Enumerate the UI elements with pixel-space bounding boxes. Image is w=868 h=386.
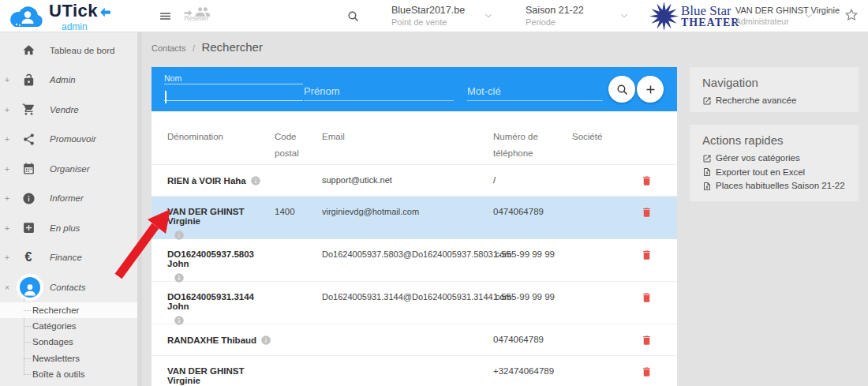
lock-icon	[13, 73, 44, 87]
motcle-input[interactable]	[467, 81, 603, 100]
delete-contact-button[interactable]	[641, 174, 653, 187]
sidebar-item-organiser[interactable]: +Organiser	[0, 154, 142, 184]
column-header-code-postal: Code postal	[275, 129, 322, 162]
delete-contact-button[interactable]	[641, 291, 653, 304]
sidebar-item-label: Vendre	[50, 105, 79, 114]
nom-input[interactable]	[164, 84, 303, 103]
contact-postal-code: 1400	[275, 197, 322, 216]
sidebar-subitem-label: Sondages	[32, 337, 73, 347]
global-search-icon[interactable]	[346, 9, 360, 23]
expander-toggle[interactable]: ×	[2, 283, 13, 292]
plus-square-icon	[13, 221, 44, 234]
sidebar-item-admin[interactable]: +Admin	[0, 66, 142, 96]
topbar: UTick admin Reseller BlueStar2017.be Poi…	[0, 0, 868, 32]
quick-actions-title: Actions rapides	[702, 133, 846, 147]
utick-cloud-icon	[6, 4, 47, 31]
contact-email: support@utick.net	[322, 165, 493, 185]
sidebar-subitem-rechercher[interactable]: Rechercher	[0, 302, 142, 318]
organization-logo: Blue Star THEATER	[649, 2, 739, 31]
info-icon[interactable]	[260, 335, 271, 346]
expander-toggle[interactable]: +	[2, 223, 13, 233]
sidebar-subitem-label: Newsletters	[32, 354, 80, 363]
table-row[interactable]: RANDAXHE Thibaud0474064789	[152, 324, 677, 356]
utick-logo[interactable]: UTick admin	[6, 2, 112, 32]
contacts-avatar-icon	[17, 274, 43, 301]
contact-postal-code	[275, 282, 322, 292]
expander-toggle[interactable]: +	[2, 193, 13, 203]
contact-postal-code	[275, 239, 322, 249]
expander-toggle[interactable]: +	[2, 105, 13, 114]
panel-link-recherche-avanc-e[interactable]: Recherche avancée	[702, 94, 846, 108]
contact-phone: 1-555-99 99 99	[493, 239, 572, 259]
panel-link-label: Gérer vos catégories	[716, 152, 800, 166]
pos-subtitle: Point de vente	[391, 17, 465, 28]
excel-file-icon	[702, 167, 712, 177]
sidebar-item-label: Contacts	[50, 283, 85, 292]
sidebar-item-label: Tableau de bord	[50, 46, 114, 55]
prenom-input[interactable]	[304, 81, 454, 100]
sidebar-subitem-newsletters[interactable]: Newsletters	[0, 350, 142, 366]
text-caret	[165, 91, 166, 103]
info-icon[interactable]	[250, 175, 261, 186]
search-button[interactable]	[608, 76, 635, 103]
delete-contact-button[interactable]	[641, 365, 653, 378]
reseller-button[interactable]: Reseller	[182, 4, 211, 22]
external-link-icon	[702, 154, 712, 163]
period-subtitle: Periode	[526, 17, 584, 28]
table-row[interactable]: VAN DER GHINST Virginie+32474064789	[152, 356, 677, 386]
expander-toggle[interactable]: +	[2, 253, 13, 262]
user-menu[interactable]: VAN DER GHINST Virginie Administrateur	[735, 6, 840, 27]
panel-link-places-habituelles-saison-21-22[interactable]: Places habituelles Saison 21-22	[702, 179, 846, 193]
org-name-line1: Blue Star	[681, 4, 739, 17]
sidebar-item-finance[interactable]: +€Finance	[0, 243, 142, 273]
sidebar-subitem-cat-gories[interactable]: Catégories	[0, 318, 142, 334]
table-row[interactable]: RIEN à VOIR Hahasupport@utick.net/	[152, 165, 677, 197]
contact-name: DO1624005931.3144 John	[167, 282, 275, 328]
table-row[interactable]: DO1624005931.3144 JohnDo1624005931.3144@…	[152, 282, 677, 324]
period-dropdown[interactable]: Saison 21-22 Periode	[526, 5, 584, 28]
sidebar-item-en-plus[interactable]: +En plus	[0, 213, 142, 243]
breadcrumb-parent[interactable]: Contacts	[152, 43, 185, 53]
table-row[interactable]: DO1624005937.5803 JohnDo1624005937.5803@…	[152, 239, 677, 282]
delete-contact-button[interactable]	[641, 206, 653, 219]
expander-toggle[interactable]: +	[2, 164, 13, 174]
org-name-line2: THEATER	[681, 17, 739, 28]
panel-link-g-rer-vos-cat-gories[interactable]: Gérer vos catégories	[702, 152, 846, 166]
add-contact-button[interactable]	[637, 76, 664, 103]
contact-email: virginievdg@hotmail.com	[322, 197, 493, 216]
reseller-label: Reseller	[182, 14, 211, 22]
sidebar-item-informer[interactable]: +Informer	[0, 184, 142, 214]
sidebar-item-vendre[interactable]: +Vendre	[0, 95, 142, 125]
column-header-d-nomination: Dénomination	[167, 129, 275, 145]
favorite-star-icon[interactable]	[844, 8, 859, 22]
chevron-down-icon[interactable]	[619, 10, 630, 21]
expander-toggle[interactable]: +	[2, 75, 13, 84]
cart-icon	[13, 103, 44, 116]
sidebar-item-promouvoir[interactable]: +Promouvoir	[0, 125, 142, 155]
sidebar-nav: Tableau de bord+Admin+Vendre+Promouvoir+…	[0, 32, 142, 382]
expander-toggle[interactable]: +	[2, 134, 13, 144]
panel-link-exporter-tout-en-excel[interactable]: Exporter tout en Excel	[702, 166, 846, 180]
motcle-field	[467, 81, 603, 101]
chevron-down-icon[interactable]	[803, 10, 814, 21]
delete-contact-button[interactable]	[641, 334, 653, 347]
sidebar-subitem-sondages[interactable]: Sondages	[0, 334, 142, 350]
quick-action-links: Gérer vos catégoriesExporter tout en Exc…	[702, 152, 846, 193]
calendar-icon	[13, 162, 44, 175]
euro-icon: €	[13, 250, 44, 264]
column-header-num-ro-de-t-l-phone: Numéro de téléphone	[493, 129, 572, 162]
chevron-down-icon[interactable]	[483, 10, 494, 21]
prenom-field	[304, 81, 454, 101]
delete-contact-button[interactable]	[641, 249, 653, 261]
sidebar: Tableau de bord+Admin+Vendre+Promouvoir+…	[0, 32, 142, 386]
sidebar-item-label: Informer	[50, 193, 84, 203]
sidebar-item-tableau-de-bord[interactable]: Tableau de bord	[0, 36, 142, 66]
nom-label: Nom	[164, 73, 303, 84]
contact-search-bar: Nom	[152, 67, 677, 111]
table-body: RIEN à VOIR Hahasupport@utick.net/VAN DE…	[152, 165, 677, 386]
sidebar-item-contacts[interactable]: ×Contacts	[0, 272, 142, 302]
point-of-sale-dropdown[interactable]: BlueStar2017.be Point de vente	[391, 5, 465, 28]
table-row[interactable]: VAN DER GHINST Virginie1400virginievdg@h…	[152, 197, 677, 239]
sidebar-subitem-bo-te-outils[interactable]: Boîte à outils	[0, 366, 142, 382]
hamburger-menu-icon[interactable]	[159, 9, 172, 23]
